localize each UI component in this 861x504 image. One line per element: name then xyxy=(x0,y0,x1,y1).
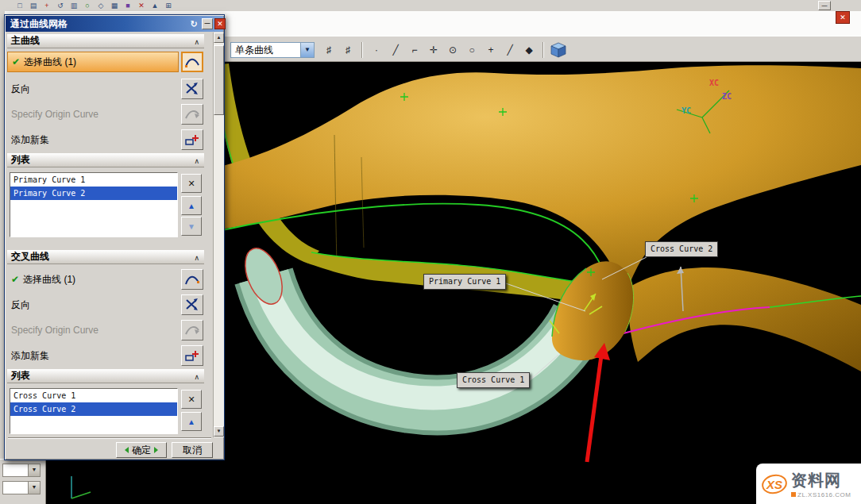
cross-add-set-button[interactable] xyxy=(181,345,203,366)
arc-center-snap-icon[interactable]: ⊙ xyxy=(445,42,461,58)
list-item[interactable]: Cross Curve 1 xyxy=(10,389,177,402)
dropdown-arrow-icon[interactable]: ▼ xyxy=(28,482,40,494)
endpoint-snap-icon[interactable]: ╱ xyxy=(388,42,403,58)
circle-snap-icon[interactable]: ○ xyxy=(464,42,480,58)
dialog-scrollbar[interactable]: ▲ ▼ xyxy=(213,33,224,437)
primary-reverse-row[interactable]: 反向 xyxy=(7,79,179,99)
cross-list-title: 列表 xyxy=(11,370,30,381)
scroll-down-button[interactable]: ▼ xyxy=(214,426,224,437)
toolbar-icon[interactable]: + xyxy=(41,1,52,11)
origin-curve-icon xyxy=(184,323,200,337)
cross-list-move-up-button[interactable]: ▲ xyxy=(181,412,202,431)
bottom-dropdown-2[interactable]: ▼ xyxy=(2,481,41,494)
cross-list-header[interactable]: 列表 ∧ xyxy=(7,369,204,383)
move-down-icon: ▼ xyxy=(187,222,195,231)
toolbar-icon[interactable]: ↺ xyxy=(55,1,66,11)
label-cross-curve-2[interactable]: Cross Curve 2 xyxy=(645,241,718,257)
primary-list-move-up-button[interactable]: ▲ xyxy=(181,196,202,215)
primary-select-curve-button[interactable] xyxy=(181,52,203,72)
toolbar-icon[interactable]: ⊞ xyxy=(163,1,174,11)
primary-reverse-button[interactable] xyxy=(181,79,203,99)
dropdown-arrow-icon[interactable]: ▼ xyxy=(28,464,40,476)
point-snap-icon[interactable]: ∙ xyxy=(369,42,384,58)
watermark-url-text: ZL.XS1616.COM xyxy=(797,491,851,498)
dialog-minimize-button[interactable]: — xyxy=(202,18,213,29)
collapse-chevron-icon[interactable]: ∧ xyxy=(194,36,199,49)
cross-list-remove-button[interactable]: ✕ xyxy=(181,390,202,409)
cross-add-set-row[interactable]: 添加新集 xyxy=(7,345,179,366)
view-cube-icon[interactable] xyxy=(550,41,567,59)
cross-curves-section-header[interactable]: 交叉曲线 ∧ xyxy=(7,250,204,264)
svg-text:XS: XS xyxy=(766,478,782,491)
collapse-chevron-icon[interactable]: ∧ xyxy=(194,252,199,265)
toolbar-icon[interactable]: ○ xyxy=(82,1,93,11)
intersection-snap-icon[interactable]: ✛ xyxy=(426,42,442,58)
remove-icon: ✕ xyxy=(187,394,195,405)
primary-curves-section-title: 主曲线 xyxy=(11,35,40,46)
quadrant-snap-icon[interactable]: + xyxy=(483,42,499,58)
list-item-selected[interactable]: Primary Curve 2 xyxy=(10,187,177,200)
ok-left-arrow-icon xyxy=(125,447,129,453)
toolbar-icon[interactable]: ▤ xyxy=(28,1,39,11)
toolbar-icon[interactable]: ■ xyxy=(122,1,133,11)
dropdown-arrow-icon[interactable]: ▼ xyxy=(300,43,314,57)
primary-select-curve-row[interactable]: ✔ 选择曲线 (1) xyxy=(7,52,179,72)
ok-button[interactable]: 确定 xyxy=(116,442,167,458)
grid-snap-icon-2[interactable]: ♯ xyxy=(340,42,356,58)
toolbar-separator xyxy=(542,42,544,58)
toolbar-icon[interactable]: ▲ xyxy=(149,1,160,11)
cross-curve-list[interactable]: Cross Curve 1 Cross Curve 2 xyxy=(10,388,178,434)
cross-origin-label: Specify Origin Curve xyxy=(11,325,98,336)
midpoint-snap-icon[interactable]: ⌐ xyxy=(407,42,423,58)
face-snap-icon[interactable]: ◆ xyxy=(521,42,537,58)
dialog-titlebar[interactable]: 通过曲线网格 ↻ — ✕ xyxy=(6,16,223,32)
ok-button-label: 确定 xyxy=(132,444,151,457)
scrollbar-thumb[interactable] xyxy=(214,45,224,115)
watermark-badge: XS 资料网 ZL.XS1616.COM xyxy=(756,464,861,504)
collapse-chevron-icon[interactable]: ∧ xyxy=(194,371,199,384)
scroll-up-button[interactable]: ▲ xyxy=(214,33,224,43)
label-primary-curve-1[interactable]: Primary Curve 1 xyxy=(423,274,506,290)
window-close-button[interactable]: ✕ xyxy=(836,11,850,24)
primary-list-header[interactable]: 列表 ∧ xyxy=(7,153,204,167)
list-item[interactable]: Primary Curve 1 xyxy=(10,173,177,187)
toolbar-icon[interactable]: □ xyxy=(14,1,25,11)
cancel-button[interactable]: 取消 xyxy=(172,442,213,458)
bottom-left-panel: ▼ ▼ xyxy=(0,459,46,504)
window-minimize-button[interactable]: — xyxy=(818,1,831,10)
toolbar-icon[interactable]: ✕ xyxy=(136,1,147,11)
primary-curve-list[interactable]: Primary Curve 1 Primary Curve 2 xyxy=(10,172,178,237)
dialog-reset-icon[interactable]: ↻ xyxy=(188,18,199,29)
move-up-icon: ▲ xyxy=(187,202,195,210)
watermark-url: ZL.XS1616.COM xyxy=(791,491,851,498)
primary-origin-button xyxy=(181,104,203,125)
toolbar-icon[interactable]: ▦ xyxy=(109,1,120,11)
label-cross-curve-1[interactable]: Cross Curve 1 xyxy=(457,372,530,388)
add-new-set-icon xyxy=(184,133,200,147)
toolbar-icon[interactable]: ▥ xyxy=(68,1,79,11)
list-item-empty xyxy=(10,200,177,214)
tangent-snap-icon[interactable]: ╱ xyxy=(502,42,518,58)
primary-add-set-row[interactable]: 添加新集 xyxy=(7,129,179,150)
bottom-dropdown-1[interactable]: ▼ xyxy=(2,464,41,477)
primary-reverse-label: 反向 xyxy=(11,83,30,96)
list-item-selected[interactable]: Cross Curve 2 xyxy=(10,402,177,416)
cross-origin-row: Specify Origin Curve xyxy=(7,320,179,340)
cross-reverse-row[interactable]: 反向 xyxy=(7,294,179,315)
cross-select-curve-row[interactable]: ✔ 选择曲线 (1) xyxy=(7,269,179,290)
dialog-close-button[interactable]: ✕ xyxy=(214,18,226,29)
primary-add-set-button[interactable] xyxy=(181,129,203,150)
toolbar-icon[interactable]: ◇ xyxy=(95,1,106,11)
axis-label-zc: ZC xyxy=(722,92,732,101)
primary-select-curve-label: 选择曲线 (1) xyxy=(24,56,76,69)
list-item-empty xyxy=(10,416,177,429)
curve-rule-dropdown[interactable]: 单条曲线 ▼ xyxy=(230,42,315,58)
cross-select-curve-button[interactable] xyxy=(181,269,203,290)
primary-list-remove-button[interactable]: ✕ xyxy=(181,174,202,193)
collapse-chevron-icon[interactable]: ∧ xyxy=(194,155,199,168)
primary-curves-section-header[interactable]: 主曲线 ∧ xyxy=(7,34,204,48)
primary-list-move-down-button[interactable]: ▼ xyxy=(181,217,202,236)
watermark-site-name: 资料网 xyxy=(791,470,851,491)
grid-snap-icon[interactable]: ♯ xyxy=(321,42,337,58)
cross-reverse-button[interactable] xyxy=(181,294,203,315)
